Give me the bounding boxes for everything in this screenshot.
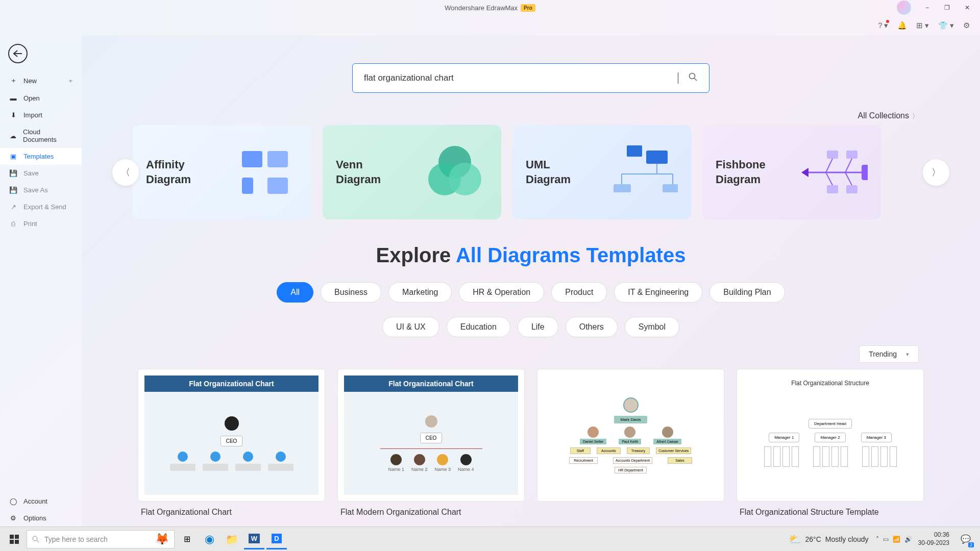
sidebar: ＋New+▬Open⬇Import☁Cloud Documents▣Templa…: [0, 36, 82, 527]
svg-point-32: [33, 536, 37, 541]
meet-now-icon[interactable]: ▭: [883, 536, 889, 543]
maximize-button[interactable]: ❐: [938, 0, 956, 15]
explorer-icon[interactable]: 📁: [222, 529, 242, 549]
sidebar-item-import[interactable]: ⬇Import: [0, 107, 82, 123]
category-card-fishbone[interactable]: Fishbone Diagram: [702, 125, 881, 219]
template-card[interactable]: Flat Organizational Chart CEO Flat Organ…: [138, 369, 325, 517]
search-input[interactable]: [364, 73, 674, 83]
svg-rect-5: [267, 178, 288, 194]
search-box[interactable]: [352, 63, 709, 93]
filter-pill-product[interactable]: Product: [551, 282, 607, 303]
top-icon-bar: ？▾ 🔔 ⊞ ▾ 👕 ▾ ⚙: [0, 15, 980, 36]
sidebar-item-options[interactable]: ⚙Options: [0, 510, 82, 527]
search-icon: [32, 536, 39, 543]
category-carousel: 〈 Affinity Diagram Venn Diagram UML Diag…: [102, 125, 960, 219]
filter-pill-education[interactable]: Education: [447, 317, 510, 337]
sidebar-icon: ＋: [9, 76, 17, 85]
svg-line-27: [845, 172, 852, 185]
close-button[interactable]: ✕: [958, 0, 976, 15]
sidebar-icon: ⬇: [9, 111, 17, 119]
sidebar-item-account[interactable]: ◯Account: [0, 493, 82, 510]
filter-pill-it-engineering[interactable]: IT & Engineering: [614, 282, 702, 303]
sidebar-icon: ▣: [9, 153, 17, 160]
sidebar-item-cloud-documents[interactable]: ☁Cloud Documents: [0, 123, 82, 148]
uml-icon: [611, 142, 678, 203]
sidebar-item-new[interactable]: ＋New+: [0, 71, 82, 90]
sidebar-icon: ⚙: [9, 514, 17, 522]
category-card-venn[interactable]: Venn Diagram: [323, 125, 501, 219]
svg-rect-10: [646, 151, 668, 164]
svg-line-25: [845, 159, 852, 172]
svg-line-33: [37, 540, 39, 542]
cortana-icon: 🦊: [155, 533, 169, 546]
carousel-next-button[interactable]: 〉: [923, 159, 949, 186]
edge-icon[interactable]: ◉: [199, 529, 219, 549]
notifications-icon[interactable]: 💬2: [955, 529, 976, 549]
search-icon[interactable]: [689, 72, 698, 84]
chevron-down-icon: ▾: [906, 351, 909, 358]
carousel-prev-button[interactable]: 〈: [112, 159, 139, 186]
content: All Collections〉 〈 Affinity Diagram Venn…: [82, 36, 980, 527]
template-card[interactable]: Flat Organizational Chart CEO Name 1 Nam…: [337, 369, 525, 517]
filter-pill-hr-operation[interactable]: HR & Operation: [459, 282, 544, 303]
task-view-icon[interactable]: ⊞: [177, 529, 197, 549]
svg-point-0: [690, 73, 695, 79]
svg-rect-20: [846, 151, 857, 159]
sidebar-item-open[interactable]: ▬Open: [0, 90, 82, 107]
template-card[interactable]: Mark Davis Daniel Setter Paul Keith Albe…: [537, 369, 724, 517]
bell-icon[interactable]: 🔔: [897, 21, 907, 30]
gear-icon[interactable]: ⚙: [963, 21, 970, 30]
category-card-uml[interactable]: UML Diagram: [512, 125, 691, 219]
template-grid: Flat Organizational Chart CEO Flat Organ…: [102, 369, 960, 517]
svg-rect-9: [627, 145, 642, 157]
filter-pill-ui-ux[interactable]: UI & UX: [382, 317, 439, 337]
filter-pill-business[interactable]: Business: [321, 282, 381, 303]
sidebar-icon: 💾: [9, 186, 17, 194]
avatar[interactable]: [897, 1, 911, 15]
back-button[interactable]: [8, 44, 28, 63]
sidebar-icon: ⎙: [9, 220, 17, 228]
filter-pill-symbol[interactable]: Symbol: [625, 317, 679, 337]
shirt-icon[interactable]: 👕 ▾: [938, 21, 954, 30]
word-icon[interactable]: W: [244, 529, 264, 549]
filter-pill-all[interactable]: All: [277, 282, 313, 303]
help-icon[interactable]: ？▾: [876, 21, 888, 31]
plus-icon[interactable]: +: [68, 77, 72, 85]
filter-pill-marketing[interactable]: Marketing: [388, 282, 452, 303]
text-cursor: [678, 72, 678, 84]
svg-rect-23: [862, 165, 868, 180]
wifi-icon[interactable]: 📶: [893, 536, 900, 543]
venn-icon: [422, 142, 488, 203]
svg-rect-19: [827, 151, 838, 159]
all-collections-link[interactable]: All Collections〉: [102, 93, 960, 125]
sidebar-icon: ☁: [9, 132, 17, 140]
volume-icon[interactable]: 🔊: [904, 536, 912, 543]
clock[interactable]: 00:36 30-09-2023: [918, 531, 949, 547]
svg-rect-30: [10, 540, 14, 544]
svg-rect-21: [827, 185, 838, 193]
svg-rect-2: [242, 151, 262, 167]
filter-pill-life[interactable]: Life: [518, 317, 558, 337]
sort-select[interactable]: Trending▾: [859, 345, 919, 363]
taskbar-search[interactable]: Type here to search 🦊: [27, 530, 175, 548]
category-card-affinity[interactable]: Affinity Diagram: [133, 125, 311, 219]
svg-marker-18: [801, 168, 808, 177]
app-title: Wondershare EdrawMax: [445, 4, 518, 12]
weather-icon: ⛅: [789, 533, 801, 545]
start-button[interactable]: [4, 529, 24, 549]
tray-expand-icon[interactable]: ˄: [876, 536, 879, 543]
taskbar: Type here to search 🦊 ⊞ ◉ 📁 W D ⛅ 26°C M…: [0, 527, 980, 551]
sidebar-item-templates[interactable]: ▣Templates: [0, 148, 82, 165]
template-card[interactable]: Flat Organizational Structure Department…: [737, 369, 924, 517]
edrawmax-icon[interactable]: D: [266, 529, 287, 549]
svg-rect-4: [242, 178, 253, 194]
grid-icon[interactable]: ⊞ ▾: [916, 21, 929, 30]
filter-pill-building-plan[interactable]: Building Plan: [709, 282, 785, 303]
filter-pill-others[interactable]: Others: [566, 317, 618, 337]
sidebar-icon: ↗: [9, 203, 17, 211]
minimize-button[interactable]: −: [918, 0, 936, 15]
svg-rect-16: [663, 184, 678, 192]
sidebar-icon: 💾: [9, 169, 17, 177]
explore-heading: Explore All Diagrams Templates: [102, 244, 960, 267]
weather-widget[interactable]: ⛅ 26°C Mostly cloudy: [789, 533, 869, 545]
